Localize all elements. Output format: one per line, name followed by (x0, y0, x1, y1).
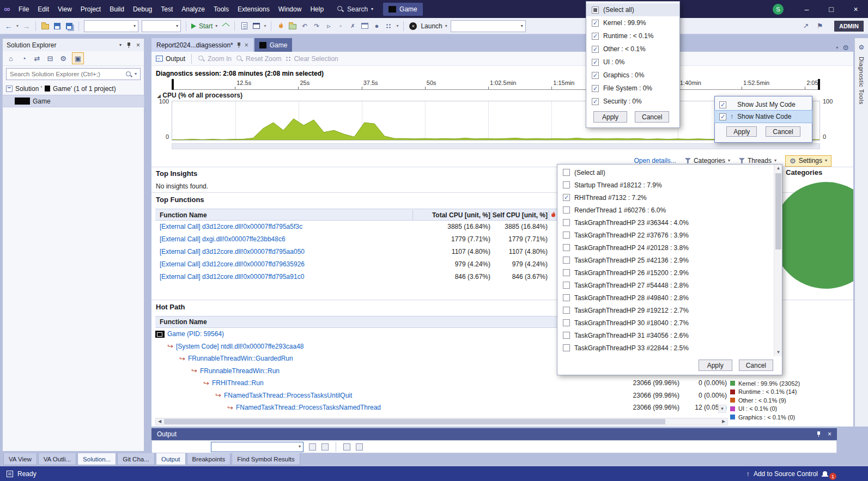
checkbox[interactable] (592, 33, 599, 40)
diagnostic-tools-side-tab[interactable]: ⚙ Diagnostic Tools (854, 38, 868, 427)
function-name-link[interactable]: FNamedTaskThread::ProcessTasksNamedThrea… (236, 404, 381, 411)
checkbox[interactable] (592, 72, 599, 79)
title-search-box[interactable]: Search ▾ (337, 5, 373, 13)
checkbox[interactable] (563, 232, 570, 239)
thread-filter-row[interactable]: TaskGraphThreadHP 25 #42136 : 2.9% (557, 254, 782, 266)
collapse-pane-icon[interactable]: ▾ (836, 46, 838, 50)
apply-button[interactable]: Apply (593, 111, 627, 123)
open-log-folder-icon[interactable] (288, 21, 297, 31)
scroll-down-icon[interactable]: ▼ (774, 349, 782, 356)
checkbox[interactable] (592, 20, 599, 27)
category-filter-row[interactable]: UI : 0% (586, 56, 679, 69)
timeline-ruler[interactable]: 12.5s 25s 37.5s 50s 1:02.5min 1:15min 1:… (172, 79, 820, 90)
tool-window-tab[interactable]: VA Outli... (38, 453, 76, 465)
solution-search-box[interactable]: ▾ (6, 68, 141, 80)
apply-button[interactable]: Apply (726, 126, 757, 137)
thread-filter-row[interactable]: TaskGraphThreadHP 27 #54448 : 2.8% (557, 279, 782, 291)
function-name-link[interactable]: [External Call] d3d12core.dll!0x00007ffd… (160, 260, 305, 268)
menu-item[interactable]: View (53, 0, 76, 18)
column-header-function-name[interactable]: Function Name (160, 211, 207, 219)
scroll-right-icon[interactable]: ▶ (720, 418, 727, 425)
clear-selection-button[interactable]: Clear Selection (286, 55, 338, 63)
checkbox[interactable] (563, 294, 570, 301)
output-view-button[interactable]: Output (156, 55, 185, 63)
thread-filter-row[interactable]: (Select all) (557, 166, 782, 179)
zoom-in-button[interactable]: Zoom In (198, 55, 232, 63)
table-row[interactable]: [External Call] d3d12core.dll!0x00007ffd… (155, 258, 557, 271)
chevron-down-icon[interactable]: ▾ (264, 24, 266, 28)
project-node[interactable]: Game (3, 95, 144, 107)
thread-filter-row[interactable]: RenderThread 1 #60276 : 6.0% (557, 204, 782, 216)
selection-handle-left[interactable] (172, 79, 174, 90)
launch-target-combo[interactable]: ▾ (451, 20, 526, 32)
show-output-from-combo[interactable]: ▾ (211, 442, 304, 452)
function-name-link[interactable]: Game (PID: 59564) (167, 330, 224, 338)
thread-filter-row[interactable]: TaskGraphThreadHP 33 #22844 : 2.5% (557, 342, 782, 354)
table-row[interactable]: [External Call] d3d12core.dll!0x00007ffd… (155, 221, 557, 233)
save-all-icon[interactable] (65, 21, 74, 31)
function-name-link[interactable]: [External Call] dxgi.dll!0x00007ffe23bb4… (160, 235, 286, 243)
table-row[interactable]: [External Call] dxgi.dll!0x00007ffe23bb4… (155, 233, 557, 246)
open-details-link[interactable]: Open details... (634, 157, 676, 165)
function-name-link[interactable]: [External Call] d3d12core.dll!0x00007ffd… (160, 248, 305, 255)
add-to-source-control-button[interactable]: Add to Source Control (754, 470, 818, 478)
active-project-chip[interactable]: Game (383, 3, 423, 16)
close-icon[interactable]: × (828, 430, 831, 438)
checkbox[interactable] (563, 282, 570, 289)
checkbox[interactable] (719, 101, 726, 108)
threads-filter-button[interactable]: Threads ▾ (739, 157, 776, 165)
function-name-link[interactable]: FNamedTaskThread::ProcessTasksUntilQuit (224, 392, 352, 399)
menu-item[interactable]: Window (274, 0, 306, 18)
tool-window-tab[interactable]: Output (156, 453, 186, 465)
navigate-back-icon[interactable]: ← (4, 21, 13, 31)
checkbox[interactable] (563, 269, 570, 276)
collapse-all-icon[interactable]: ⊟ (46, 53, 54, 63)
checkbox[interactable] (563, 206, 570, 214)
output-toolbar-icon[interactable] (309, 443, 316, 450)
maximize-button[interactable]: □ (819, 0, 843, 18)
watch-icon[interactable] (360, 21, 369, 31)
save-icon[interactable] (53, 21, 62, 31)
checkbox[interactable] (563, 332, 570, 339)
preview-selected-items-toggle[interactable]: ▣ (72, 52, 84, 64)
table-row[interactable]: [External Call] d3d12core.dll!0x00007ffd… (155, 271, 557, 283)
function-name-link[interactable]: [External Call] d3d12core.dll!0x00007ffd… (160, 273, 304, 281)
tool-window-tab[interactable]: Breakpoints (187, 453, 231, 465)
output-toolbar-icon[interactable] (343, 443, 350, 450)
menu-item[interactable]: File (14, 0, 33, 18)
breakpoint-icon[interactable]: ◦ (336, 21, 345, 31)
checkbox[interactable] (563, 169, 570, 176)
open-file-icon[interactable] (41, 21, 50, 31)
tool-window-tab[interactable]: Solution... (77, 453, 116, 465)
thread-filter-row[interactable]: TaskGraphThreadHP 23 #36344 : 4.0% (557, 216, 782, 229)
account-avatar[interactable]: S (773, 4, 784, 15)
stop-collection-icon[interactable]: × (409, 21, 417, 31)
checkbox[interactable] (563, 319, 570, 326)
menu-item[interactable]: Tools (209, 0, 233, 18)
output-toolbar-icon[interactable] (356, 443, 363, 450)
memory-icon[interactable]: ● (372, 21, 381, 31)
subscript-icon[interactable]: ✗ (348, 21, 357, 31)
output-toolbar-icon[interactable] (321, 443, 329, 450)
category-filter-row[interactable]: (Select all) (586, 3, 679, 16)
close-icon[interactable]: × (245, 41, 248, 49)
hot-path-scroll-down-icon[interactable]: ▼ (718, 405, 726, 413)
settings-option-row[interactable]: ↑ Show Native Code (715, 111, 812, 123)
chevron-down-icon[interactable]: ▾ (135, 72, 137, 76)
pin-icon[interactable] (816, 431, 821, 437)
menu-item[interactable]: Extensions (233, 0, 274, 18)
function-name-link[interactable]: [External Call] d3d12core.dll!0x00007ffd… (160, 223, 302, 230)
scrollbar-thumb[interactable] (164, 419, 665, 424)
sync-with-active-document-icon[interactable]: ⇄ (33, 53, 41, 63)
menu-item[interactable]: Help (306, 0, 328, 18)
run-to-cursor-icon[interactable]: ▹ (324, 21, 333, 31)
share-icon[interactable]: ↗ (802, 21, 810, 31)
checkbox[interactable] (592, 46, 599, 53)
thread-filter-row[interactable]: TaskGraphThreadHP 29 #19212 : 2.7% (557, 304, 782, 316)
tab-game[interactable]: Game (254, 38, 293, 52)
pending-changes-filter-icon[interactable]: ◔ (20, 53, 28, 63)
column-header-self-cpu[interactable]: Self CPU [unit, %] (493, 211, 548, 219)
column-header-function-name[interactable]: Function Name (160, 318, 207, 326)
hot-path-row[interactable]: ↪ FRHIThread::Run 23066 (99.96%) 0 (0.00… (155, 377, 728, 389)
menu-item[interactable]: Edit (33, 0, 53, 18)
